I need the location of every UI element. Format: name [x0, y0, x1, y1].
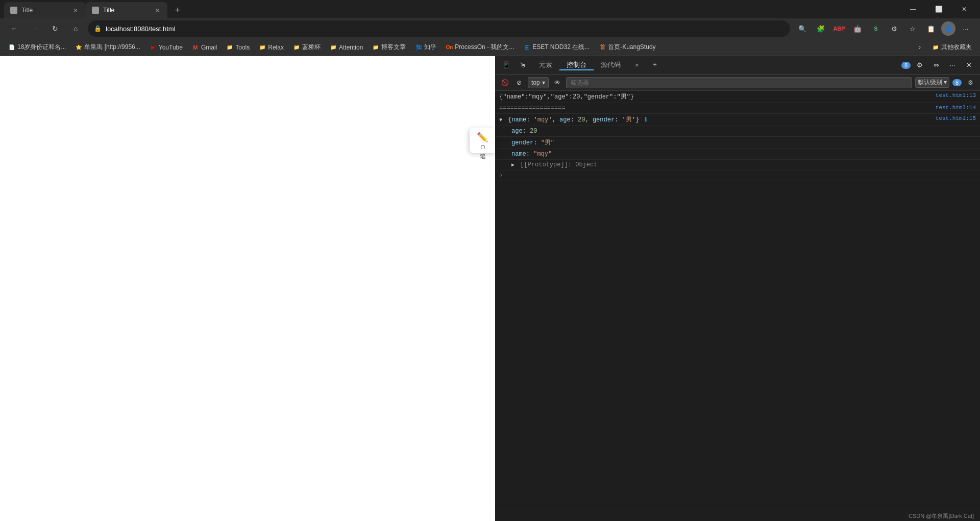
console-prop-gender-content: gender: "男" — [511, 138, 976, 147]
console-line-1: {"name":"mqy","age":20,"gender":"男"} tes… — [495, 91, 980, 103]
bookmark-gmail[interactable]: M Gmail — [188, 42, 221, 53]
spellcheck-button[interactable]: S — [868, 20, 884, 37]
console-prop-gender: gender: "男" — [495, 137, 980, 149]
bookmark-attention[interactable]: 📁 Attention — [326, 42, 367, 53]
tab-1-close[interactable]: ✕ — [71, 6, 80, 14]
tab-2-close[interactable]: ✕ — [153, 6, 161, 14]
bookmark-other-label: 其他收藏夹 — [941, 43, 972, 52]
bookmark-blog[interactable]: 📁 博客文章 — [368, 41, 410, 54]
lens-button[interactable]: 🔍 — [794, 20, 811, 37]
console-clear-btn[interactable]: 🚫 — [499, 77, 510, 88]
console-prop-name-content: name: "mqy" — [511, 151, 976, 158]
tools-button[interactable]: ⚙ — [886, 20, 902, 37]
bookmark-zhihu[interactable]: 知 知乎 — [411, 41, 440, 54]
devtools-more-icon[interactable]: ··· — [945, 58, 960, 72]
console-prop-prototype: ▶ [[Prototype]]: Object — [495, 160, 980, 170]
console-settings-btn[interactable]: ⚙ — [965, 77, 976, 88]
console-ban-btn[interactable]: ⊘ — [513, 77, 525, 88]
console-eye-btn[interactable]: 👁 — [552, 77, 563, 88]
side-widget[interactable]: ✏️ C笔记 — [470, 128, 495, 153]
error-badge: 8 — [901, 62, 911, 69]
blog-folder-icon: 📁 — [372, 44, 379, 51]
tab-2[interactable]: Title ✕ — [86, 2, 167, 18]
console-input-line: › — [495, 170, 980, 181]
devtools-status-bar: CSDN @牟泉禹[Dark Cat] — [495, 511, 980, 521]
bookmark-mqy[interactable]: ⭐ 牟泉禹 [http://9956... — [71, 41, 144, 54]
devtools-dock-icon[interactable]: ⇔ — [929, 58, 943, 72]
info-icon: ℹ — [645, 116, 647, 123]
bookmarks-more-button[interactable]: › — [913, 40, 927, 55]
top-selector[interactable]: top ▾ — [528, 77, 549, 88]
top-label: top — [531, 79, 540, 86]
bookmark-processon[interactable]: On ProcessOn - 我的文... — [442, 41, 518, 54]
devtools-inspect-icon[interactable]: 🖱 — [516, 58, 530, 72]
devtools-header: 📱 🖱 元素 控制台 源代码 » + 8 ⚙ ⇔ ··· ✕ — [495, 56, 980, 75]
bookmark-id-card[interactable]: 📄 18岁身份证和名... — [4, 41, 70, 54]
devtools-close-icon[interactable]: ✕ — [962, 58, 976, 72]
youtube-icon: ▶ — [150, 44, 157, 51]
console-prompt: › — [499, 172, 503, 179]
devtools-tabs: 元素 控制台 源代码 » + — [532, 60, 899, 70]
collections-button[interactable]: 📋 — [923, 20, 939, 37]
tab-console[interactable]: 控制台 — [559, 60, 594, 70]
console-filter-input[interactable] — [566, 77, 912, 88]
minimize-button[interactable]: — — [901, 0, 925, 18]
home-button[interactable]: ⌂ — [67, 20, 84, 37]
profile-avatar[interactable]: 👤 — [941, 21, 955, 36]
console-line-2-file[interactable]: test.html:14 — [932, 105, 976, 111]
console-line-3-file[interactable]: test.html:15 — [932, 115, 976, 121]
bookmark-other[interactable]: 📁 其他收藏夹 — [928, 41, 976, 54]
tab-add-panel[interactable]: + — [646, 60, 664, 70]
new-tab-button[interactable]: + — [169, 2, 186, 18]
tab-elements[interactable]: 元素 — [532, 60, 559, 70]
tab-sources[interactable]: 源代码 — [594, 60, 628, 70]
bookmarks-bar: 📄 18岁身份证和名... ⭐ 牟泉禹 [http://9956... ▶ Yo… — [0, 39, 980, 56]
bookmark-kuangstudy-label: 首页-KuangStudy — [608, 43, 655, 52]
tab-2-title: Title — [103, 7, 149, 14]
tab-2-favicon — [92, 7, 99, 14]
back-button[interactable]: ← — [6, 20, 22, 37]
kuangstudy-icon: 首 — [599, 44, 606, 51]
bookmark-attention-label: Attention — [339, 44, 363, 51]
bookmark-blog-label: 博客文章 — [381, 43, 406, 52]
bookmark-youtube-label: YouTube — [159, 44, 183, 51]
expand-triangle[interactable]: ▼ — [499, 117, 504, 123]
extension-button[interactable]: 🧩 — [813, 20, 829, 37]
console-level-select[interactable]: 默认级别 ▾ — [915, 77, 949, 88]
maximize-button[interactable]: ⬜ — [927, 0, 950, 18]
other-folder-icon: 📁 — [932, 44, 939, 51]
bookmark-relax[interactable]: 📁 Relax — [255, 42, 288, 53]
forward-button[interactable]: → — [27, 20, 43, 37]
side-widget-text: C笔记 — [479, 145, 486, 149]
console-prop-age-content: age: 20 — [511, 128, 976, 135]
refresh-button[interactable]: ↻ — [47, 20, 63, 37]
copilot-button[interactable]: 🤖 — [849, 20, 866, 37]
close-button[interactable]: ✕ — [952, 0, 976, 18]
bookmark-youtube[interactable]: ▶ YouTube — [145, 42, 187, 53]
tab-1[interactable]: Title ✕ — [4, 2, 86, 18]
side-widget-icon: ✏️ — [477, 132, 488, 143]
bookmark-kuangstudy[interactable]: 首 首页-KuangStudy — [595, 41, 659, 54]
favorites-button[interactable]: ☆ — [904, 20, 921, 37]
tab-bar: Title ✕ Title ✕ + — [4, 0, 901, 18]
nav-actions: 🔍 🧩 ABP 🤖 S ⚙ ☆ 📋 👤 ··· — [794, 20, 974, 37]
devtools-device-icon[interactable]: 📱 — [499, 58, 513, 72]
bookmark-lanqiao[interactable]: 📁 蓝桥杯 — [289, 41, 325, 54]
devtools-header-right: 8 ⚙ ⇔ ··· ✕ — [901, 58, 976, 72]
obj-preview: {name: 'mqy', age: 20, gender: '男'} — [508, 116, 643, 123]
console-line-1-file[interactable]: test.html:13 — [932, 92, 976, 98]
devtools-settings-icon[interactable]: ⚙ — [913, 58, 927, 72]
attention-folder-icon: 📁 — [330, 44, 337, 51]
more-button[interactable]: ··· — [958, 20, 974, 37]
bookmark-lanqiao-label: 蓝桥杯 — [302, 43, 321, 52]
abp-button[interactable]: ABP — [831, 20, 847, 37]
console-line-2: ================== test.html:14 — [495, 103, 980, 114]
bookmark-eset[interactable]: E ESET NOD32 在线... — [519, 41, 594, 54]
lanqiao-folder-icon: 📁 — [293, 44, 300, 51]
relax-folder-icon: 📁 — [259, 44, 266, 51]
tab-more[interactable]: » — [628, 60, 646, 70]
prototype-expand-triangle[interactable]: ▶ — [511, 162, 517, 168]
address-bar[interactable]: 🔒 localhost:8080/test.html — [88, 20, 790, 37]
bookmark-tools[interactable]: 📁 Tools — [222, 42, 254, 53]
lock-icon: 🔒 — [94, 25, 102, 32]
